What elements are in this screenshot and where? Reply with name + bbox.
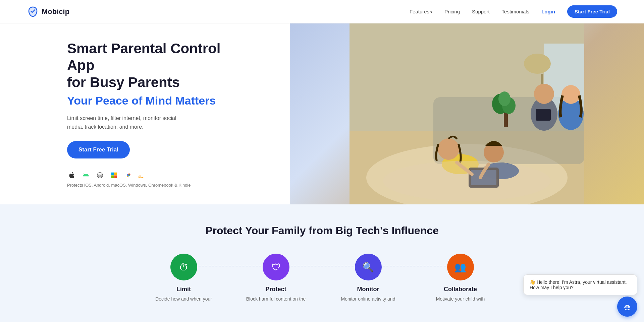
feature-label-limit: Limit <box>176 286 191 293</box>
feature-desc-limit: Decide how and when your <box>155 296 212 303</box>
feature-label-protect: Protect <box>265 286 286 293</box>
nav-pricing[interactable]: Pricing <box>444 9 460 14</box>
logo-icon <box>27 6 39 18</box>
features-title: Protect Your Family from Big Tech's Infl… <box>27 224 617 237</box>
nav-support[interactable]: Support <box>472 9 490 14</box>
features-section: Protect Your Family from Big Tech's Infl… <box>0 204 644 322</box>
feature-icon-monitor: 🔍 <box>355 254 382 280</box>
nav-testimonials[interactable]: Testimonials <box>502 9 530 14</box>
feature-item-limit: ⏱ Limit Decide how and when your <box>138 254 230 303</box>
svg-point-32 <box>625 306 627 308</box>
hero-start-trial-button[interactable]: Start Free Trial <box>67 141 130 158</box>
svg-point-30 <box>498 91 511 106</box>
android-icon <box>81 171 91 180</box>
hero-image-area <box>290 23 644 204</box>
chat-message: 👋 Hello there! I'm Astra, your virtual a… <box>530 279 631 290</box>
svg-point-18 <box>561 85 580 104</box>
hero-photo <box>290 23 644 204</box>
hero-subtitle: Your Peace of Mind Matters <box>67 94 228 107</box>
chat-bubble: 👋 Hello there! I'm Astra, your virtual a… <box>523 274 637 295</box>
feature-icon-limit: ⏱ <box>170 254 197 280</box>
svg-point-16 <box>534 84 554 104</box>
macos-icon: OS <box>95 171 105 180</box>
feature-icon-protect: 🛡 <box>263 254 289 280</box>
feature-icon-collaborate: 👥 <box>447 254 474 280</box>
logo-text: Mobicip <box>42 7 69 16</box>
svg-point-33 <box>628 306 629 308</box>
windows-icon <box>109 171 119 180</box>
nav-login[interactable]: Login <box>541 9 555 14</box>
svg-point-13 <box>524 54 551 74</box>
feature-desc-protect: Block harmful content on the <box>246 296 306 303</box>
svg-point-21 <box>438 138 459 160</box>
feature-label-monitor: Monitor <box>357 286 379 293</box>
feature-desc-collaborate: Motivate your child with <box>436 296 485 303</box>
feature-item-protect: 🛡 Protect Block harmful content on the <box>230 254 322 303</box>
nav-links: Features Pricing Support Testimonials Lo… <box>410 5 617 18</box>
svg-rect-2 <box>111 173 114 175</box>
svg-text:OS: OS <box>98 174 102 177</box>
platform-text: Protects iOS, Android, macOS, Windows, C… <box>67 183 228 188</box>
svg-rect-4 <box>111 176 114 178</box>
chrome-icon <box>123 171 133 180</box>
feature-item-collaborate: 👥 Collaborate Motivate your child with <box>414 254 506 303</box>
apple-icon <box>67 171 76 180</box>
nav-start-trial-button[interactable]: Start Free Trial <box>567 5 617 18</box>
feature-label-collaborate: Collaborate <box>444 286 477 293</box>
svg-rect-3 <box>114 173 117 175</box>
family-illustration <box>290 23 644 204</box>
feature-item-monitor: 🔍 Monitor Monitor online activity and <box>322 254 414 303</box>
logo[interactable]: Mobicip <box>27 6 69 18</box>
svg-point-26 <box>383 161 551 201</box>
platform-icons: OS a <box>67 171 228 180</box>
features-grid: ⏱ Limit Decide how and when your 🛡 Prote… <box>138 254 506 303</box>
hero-section: Smart Parental Control App for Busy Pare… <box>0 23 644 204</box>
svg-rect-5 <box>114 176 117 178</box>
chat-avatar-button[interactable] <box>617 297 637 317</box>
hero-title: Smart Parental Control App for Busy Pare… <box>67 40 228 91</box>
amazon-icon: a <box>138 171 147 180</box>
svg-rect-19 <box>536 109 551 121</box>
nav-features[interactable]: Features <box>410 9 432 14</box>
navigation: Mobicip Features Pricing Support Testimo… <box>0 0 644 23</box>
feature-desc-monitor: Monitor online activity and <box>341 296 395 303</box>
hero-content: Smart Parental Control App for Busy Pare… <box>67 40 228 188</box>
hero-description: Limit screen time, filter internet, moni… <box>67 114 188 131</box>
